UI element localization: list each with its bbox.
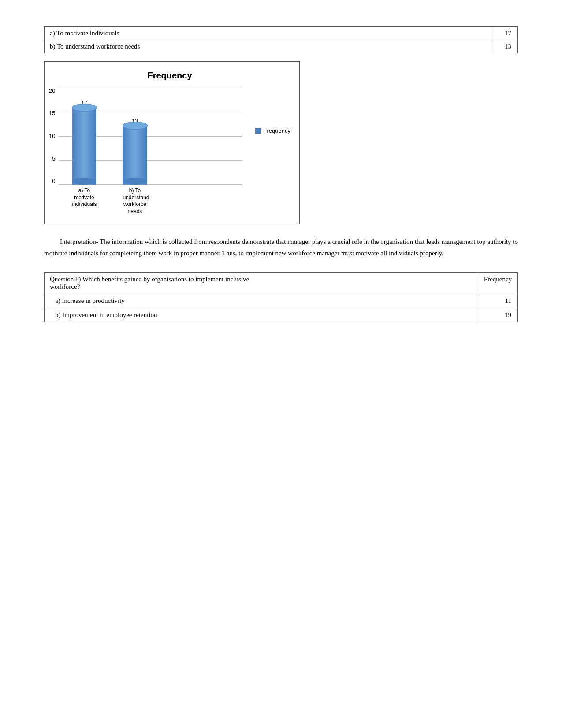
frequency-chart: Frequency 0 5 10 15 20 17 bbox=[44, 61, 300, 224]
table-row: a) To motivate individuals 17 bbox=[45, 27, 518, 40]
q8-freq-b: 19 bbox=[478, 308, 518, 322]
y-label-0: 0 bbox=[52, 178, 55, 184]
bar-group-b: 13 bbox=[123, 118, 147, 185]
q8-row-b: b) Improvement in employee retention 19 bbox=[45, 308, 518, 322]
row-b-freq: 13 bbox=[491, 40, 518, 53]
y-label-15: 15 bbox=[49, 110, 55, 116]
bar-a bbox=[72, 107, 96, 185]
bar-b bbox=[123, 125, 147, 185]
chart-title: Frequency bbox=[49, 71, 290, 81]
y-label-5: 5 bbox=[52, 156, 55, 161]
x-label-b: b) To understand workforce needs bbox=[123, 187, 147, 215]
legend-label: Frequency bbox=[264, 127, 290, 134]
bars-row: 17 13 bbox=[59, 88, 242, 185]
q8-row-a: a) Increase in productivity 11 bbox=[45, 294, 518, 308]
q8-freq-a: 11 bbox=[478, 294, 518, 308]
interpretation-paragraph: Interpretation- The information which is… bbox=[44, 236, 518, 259]
bar-chart-wrap: 17 13 a) To motivate individuals b) To u… bbox=[59, 88, 242, 215]
q8-question-line2: workforce? bbox=[50, 283, 80, 290]
x-axis: a) To motivate individuals b) To underst… bbox=[59, 187, 242, 215]
chart-legend: Frequency bbox=[255, 127, 290, 134]
interpretation-text: Interpretation- The information which is… bbox=[44, 238, 518, 257]
y-label-20: 20 bbox=[49, 88, 55, 93]
q8-table: Question 8) Which benefits gained by org… bbox=[44, 272, 518, 322]
q8-answer-a: a) Increase in productivity bbox=[45, 294, 478, 308]
row-a-freq: 17 bbox=[491, 27, 518, 40]
y-axis: 0 5 10 15 20 bbox=[49, 88, 55, 185]
q8-freq-header: Frequency bbox=[478, 273, 518, 294]
q8-question-line1: Question 8) Which benefits gained by org… bbox=[50, 276, 249, 283]
x-label-a: a) To motivate individuals bbox=[72, 187, 96, 215]
q8-header-row: Question 8) Which benefits gained by org… bbox=[45, 273, 518, 294]
row-b-label: b) To understand workforce needs bbox=[45, 40, 491, 53]
legend-box bbox=[255, 128, 261, 134]
q8-question: Question 8) Which benefits gained by org… bbox=[45, 273, 478, 294]
top-table: a) To motivate individuals 17 b) To unde… bbox=[44, 26, 518, 53]
row-a-label: a) To motivate individuals bbox=[45, 27, 491, 40]
y-label-10: 10 bbox=[49, 133, 55, 139]
q8-answer-b: b) Improvement in employee retention bbox=[45, 308, 478, 322]
table-row: b) To understand workforce needs 13 bbox=[45, 40, 518, 53]
bar-group-a: 17 bbox=[72, 100, 96, 185]
